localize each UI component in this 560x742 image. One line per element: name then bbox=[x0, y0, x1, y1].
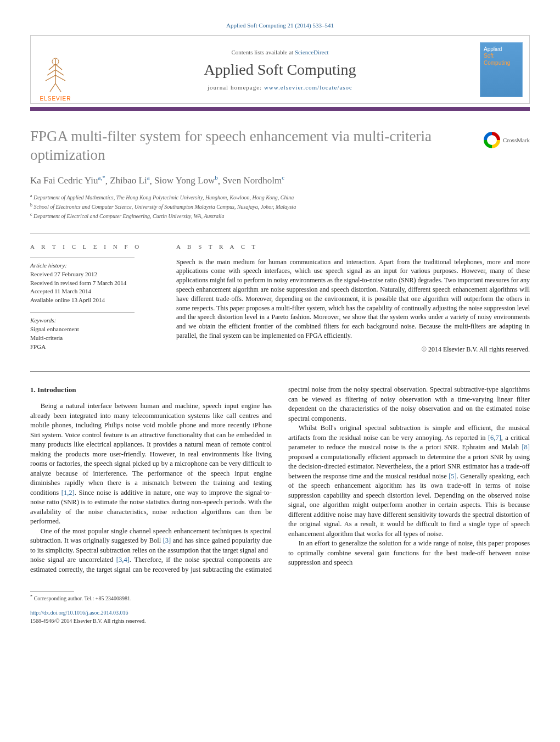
journal-banner: ELSEVIER Contents lists available at Sci… bbox=[30, 35, 530, 104]
crossmark-label: CrossMark bbox=[503, 137, 530, 143]
corresponding-author-note: * Corresponding author. Tel.: +85 234008… bbox=[30, 594, 530, 602]
contents-prefix: Contents lists available at bbox=[231, 49, 294, 55]
affiliation: c Department of Electrical and Computer … bbox=[30, 211, 530, 221]
section-divider bbox=[30, 233, 530, 233]
journal-name: Applied Soft Computing bbox=[80, 61, 480, 79]
section-divider bbox=[30, 371, 530, 372]
article-title: FPGA multi-filter system for speech enha… bbox=[30, 127, 473, 165]
citation-link[interactable]: [6,7] bbox=[488, 434, 501, 442]
body-paragraph: Whilst Boll's original spectral subtract… bbox=[288, 423, 530, 539]
article-info-block: a r t i c l e i n f o Article history: R… bbox=[30, 243, 156, 359]
doi-link[interactable]: http://dx.doi.org/10.1016/j.asoc.2014.03… bbox=[30, 609, 530, 617]
page-container: Applied Soft Computing 21 (2014) 533–541… bbox=[0, 0, 560, 641]
cover-line1: Applied bbox=[484, 46, 502, 52]
affiliation: a Department of Applied Mathematics, The… bbox=[30, 193, 530, 202]
contents-line: Contents lists available at ScienceDirec… bbox=[80, 49, 480, 55]
keywords-block: Keywords: Signal enhancement Multi-crite… bbox=[30, 316, 156, 352]
cover-line3: Computing bbox=[484, 60, 510, 66]
author: Sven Nordholmc bbox=[222, 175, 284, 186]
keyword: Multi-criteria bbox=[30, 334, 156, 343]
citation-link[interactable]: [3] bbox=[163, 537, 171, 544]
online-date: Available online 13 April 2014 bbox=[30, 296, 156, 305]
homepage-line: journal homepage: www.elsevier.com/locat… bbox=[80, 84, 480, 91]
publisher-name: ELSEVIER bbox=[40, 96, 71, 102]
publisher-logo-block: ELSEVIER bbox=[31, 35, 80, 104]
cover-line2: Soft bbox=[484, 53, 494, 59]
revised-date: Received in revised form 7 March 2014 bbox=[30, 279, 156, 288]
abstract-copyright: © 2014 Elsevier B.V. All rights reserved… bbox=[176, 345, 530, 354]
received-date: Received 27 February 2012 bbox=[30, 270, 156, 279]
author: Zhibao Lia bbox=[110, 175, 149, 186]
header-citation: Applied Soft Computing 21 (2014) 533–541 bbox=[30, 22, 530, 29]
body-paragraph: In an effort to generalize the solution … bbox=[288, 539, 530, 568]
author: Ka Fai Cedric Yiua,* bbox=[30, 175, 105, 186]
crossmark-icon bbox=[484, 132, 500, 148]
author: Siow Yong Lowb bbox=[154, 175, 218, 186]
divider-bar bbox=[30, 107, 530, 111]
authors-line: Ka Fai Cedric Yiua,*, Zhibao Lia, Siow Y… bbox=[30, 175, 530, 187]
body-paragraph: One of the most popular single channel s… bbox=[30, 527, 272, 556]
footnote-rule bbox=[30, 591, 74, 592]
body-columns: 1. Introduction Being a natural interfac… bbox=[30, 385, 530, 574]
affiliations: a Department of Applied Mathematics, The… bbox=[30, 193, 530, 220]
homepage-link[interactable]: www.elsevier.com/locate/asoc bbox=[264, 84, 352, 91]
citation-link[interactable]: [5] bbox=[449, 472, 457, 480]
mini-divider bbox=[30, 313, 135, 313]
article-history: Article history: Received 27 February 20… bbox=[30, 261, 156, 305]
abstract-heading: a b s t r a c t bbox=[176, 243, 530, 250]
affiliation: b School of Electronics and Computer Sci… bbox=[30, 202, 530, 211]
section-heading: 1. Introduction bbox=[30, 385, 272, 395]
info-abstract-row: a r t i c l e i n f o Article history: R… bbox=[30, 243, 530, 359]
issn-copyright: 1568-4946/© 2014 Elsevier B.V. All right… bbox=[30, 617, 530, 625]
page-footer: * Corresponding author. Tel.: +85 234008… bbox=[30, 591, 530, 624]
mini-divider bbox=[30, 258, 135, 258]
citation-link[interactable]: [3,4] bbox=[116, 556, 130, 564]
body-paragraph: Being a natural interface between human … bbox=[30, 401, 272, 527]
crossmark-badge[interactable]: CrossMark bbox=[484, 132, 530, 148]
citation-link[interactable]: [8] bbox=[522, 443, 530, 451]
banner-center: Contents lists available at ScienceDirec… bbox=[80, 49, 480, 91]
article-info-heading: a r t i c l e i n f o bbox=[30, 243, 156, 250]
accepted-date: Accepted 11 March 2014 bbox=[30, 287, 156, 296]
journal-cover-thumbnail: Applied Soft Computing bbox=[480, 42, 523, 97]
elsevier-tree-icon bbox=[39, 56, 72, 94]
homepage-prefix: journal homepage: bbox=[208, 84, 264, 91]
citation-link[interactable]: [1,2] bbox=[61, 489, 75, 496]
keyword: Signal enhancement bbox=[30, 325, 156, 334]
history-label: Article history: bbox=[30, 261, 156, 270]
abstract-text: Speech is the main medium for human comm… bbox=[176, 258, 530, 341]
keyword: FPGA bbox=[30, 343, 156, 352]
abstract-block: a b s t r a c t Speech is the main mediu… bbox=[176, 243, 530, 359]
keywords-label: Keywords: bbox=[30, 316, 156, 325]
sciencedirect-link[interactable]: ScienceDirect bbox=[295, 49, 329, 55]
